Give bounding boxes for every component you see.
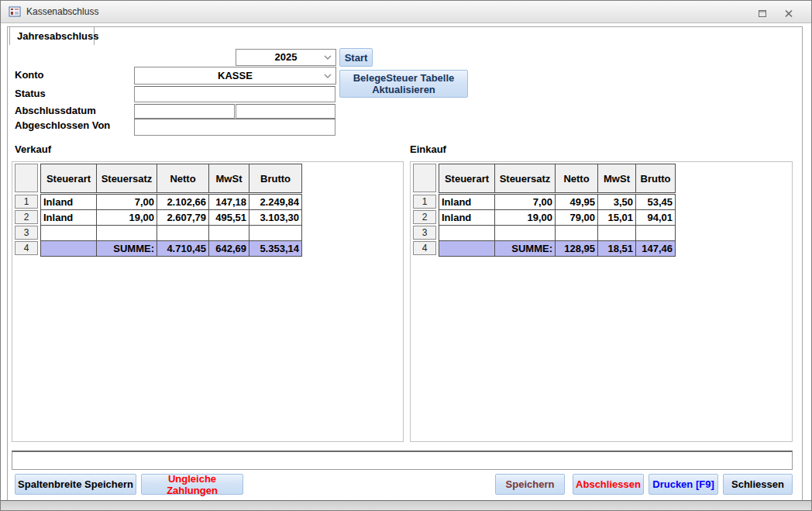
einkauf-row-selector[interactable]: 1 bbox=[413, 195, 436, 209]
sum-row: SUMME: 128,95 18,51 147,46 bbox=[439, 241, 676, 257]
table-cell[interactable] bbox=[41, 226, 97, 241]
verkauf-column-header[interactable]: Steuerart bbox=[41, 164, 97, 193]
table-cell[interactable] bbox=[439, 241, 495, 257]
table-cell[interactable]: 7,00 bbox=[97, 195, 157, 210]
verkauf-column-header[interactable]: Steuersatz bbox=[97, 164, 157, 193]
einkauf-section-label: Einkauf bbox=[410, 143, 446, 155]
einkauf-column-header[interactable]: Brutto bbox=[636, 164, 676, 193]
unequal-payments-button[interactable]: Ungleiche Zahlungen bbox=[141, 474, 243, 495]
close-button[interactable]: Schliessen bbox=[723, 474, 793, 495]
abschlussdatum-field-1[interactable] bbox=[134, 104, 235, 119]
status-field[interactable] bbox=[134, 86, 335, 102]
table-cell[interactable]: 5.353,14 bbox=[249, 241, 302, 257]
title-bar[interactable]: Kassenabschluss bbox=[1, 1, 811, 23]
table-cell[interactable]: 3,50 bbox=[598, 195, 636, 210]
table-cell[interactable]: 53,45 bbox=[636, 195, 676, 210]
table-cell[interactable] bbox=[249, 226, 302, 241]
update-tax-table-button[interactable]: BelegeSteuer Tabelle Aktualisieren bbox=[339, 70, 468, 98]
verkauf-row-selector[interactable]: 1 bbox=[15, 195, 38, 209]
save-column-widths-button[interactable]: Spaltenbreite Speichern bbox=[15, 474, 136, 495]
table-cell[interactable]: 3.103,30 bbox=[249, 210, 302, 226]
konto-combobox[interactable]: KASSE bbox=[134, 67, 336, 85]
konto-value: KASSE bbox=[135, 67, 335, 84]
table-row: Inland 19,00 79,00 15,01 94,01 bbox=[439, 210, 676, 226]
chevron-down-icon bbox=[324, 74, 332, 79]
table-cell[interactable]: 2.607,79 bbox=[157, 210, 209, 226]
konto-label: Konto bbox=[15, 69, 44, 81]
table-cell[interactable]: 18,51 bbox=[598, 241, 636, 257]
verkauf-row-selector[interactable]: 3 bbox=[15, 226, 38, 240]
save-button[interactable]: Speichern bbox=[495, 474, 565, 495]
tab-jahresabschluss[interactable]: Jahresabschluss bbox=[9, 26, 95, 45]
einkauf-column-header[interactable]: MwSt bbox=[598, 164, 636, 193]
table-cell[interactable]: Inland bbox=[439, 195, 495, 210]
table-cell[interactable]: SUMME: bbox=[97, 241, 157, 257]
verkauf-row-selector[interactable]: 2 bbox=[15, 210, 38, 224]
table-cell[interactable]: 2.102,66 bbox=[157, 195, 209, 210]
table-cell[interactable]: 19,00 bbox=[495, 210, 556, 226]
abgeschlossen-von-field[interactable] bbox=[134, 119, 335, 136]
einkauf-row-selector[interactable]: 4 bbox=[413, 241, 436, 255]
table-row: Inland 19,00 2.607,79 495,51 3.103,30 bbox=[41, 210, 302, 226]
verkauf-section-label: Verkauf bbox=[15, 143, 51, 155]
table-cell[interactable]: Inland bbox=[41, 210, 97, 226]
verkauf-row-selector[interactable]: 4 bbox=[15, 241, 38, 255]
einkauf-column-header[interactable]: Steuerart bbox=[439, 164, 495, 193]
table-cell[interactable] bbox=[97, 226, 157, 241]
table-cell[interactable] bbox=[636, 226, 676, 241]
table-cell[interactable]: 79,00 bbox=[556, 210, 598, 226]
table-cell[interactable] bbox=[495, 226, 556, 241]
table-cell[interactable] bbox=[157, 226, 209, 241]
einkauf-column-header[interactable]: Netto bbox=[556, 164, 598, 193]
table-cell[interactable]: 49,95 bbox=[556, 195, 598, 210]
table-cell[interactable] bbox=[556, 226, 598, 241]
year-combobox[interactable]: 2025 bbox=[236, 49, 336, 66]
verkauf-column-header[interactable]: Netto bbox=[157, 164, 209, 193]
table-cell[interactable]: 147,46 bbox=[636, 241, 676, 257]
window-title: Kassenabschluss bbox=[26, 1, 98, 22]
einkauf-table: 1 2 3 4 Steuerart Steuersatz Netto MwSt … bbox=[410, 161, 793, 442]
einkauf-corner-selector[interactable] bbox=[413, 164, 436, 192]
sum-row: SUMME: 4.710,45 642,69 5.353,14 bbox=[41, 241, 302, 257]
verkauf-corner-selector[interactable] bbox=[15, 164, 38, 192]
update-tax-table-line2: Aktualisieren bbox=[372, 84, 435, 95]
close-window-button[interactable] bbox=[780, 7, 797, 19]
abgeschlossen-von-label: Abgeschlossen Von bbox=[15, 119, 110, 131]
table-cell[interactable]: 15,01 bbox=[598, 210, 636, 226]
verkauf-column-header[interactable]: MwSt bbox=[209, 164, 249, 193]
table-cell[interactable]: SUMME: bbox=[495, 241, 556, 257]
chevron-down-icon bbox=[324, 55, 332, 60]
verkauf-column-header[interactable]: Brutto bbox=[249, 164, 302, 193]
table-cell[interactable]: 147,18 bbox=[209, 195, 249, 210]
table-cell[interactable]: 94,01 bbox=[636, 210, 676, 226]
table-cell[interactable] bbox=[209, 226, 249, 241]
einkauf-row-selector[interactable]: 2 bbox=[413, 210, 436, 224]
table-cell[interactable] bbox=[439, 226, 495, 241]
window-bottom-frame bbox=[1, 500, 811, 510]
update-tax-table-line1: BelegeSteuer Tabelle bbox=[353, 72, 455, 84]
verkauf-table: 1 2 3 4 Steuerart Steuersatz Netto MwSt … bbox=[12, 161, 404, 442]
close-out-button[interactable]: Abschliessen bbox=[573, 474, 644, 495]
print-button[interactable]: Drucken [F9] bbox=[649, 474, 718, 495]
table-cell[interactable]: 7,00 bbox=[495, 195, 556, 210]
table-cell[interactable]: Inland bbox=[439, 210, 495, 226]
table-cell[interactable]: 495,51 bbox=[209, 210, 249, 226]
abschlussdatum-label: Abschlussdatum bbox=[15, 105, 96, 116]
table-cell[interactable] bbox=[41, 241, 97, 257]
table-cell[interactable]: 128,95 bbox=[556, 241, 598, 257]
table-cell[interactable]: Inland bbox=[41, 195, 97, 210]
table-cell[interactable]: 642,69 bbox=[209, 241, 249, 257]
start-button[interactable]: Start bbox=[339, 48, 373, 67]
table-cell[interactable]: 19,00 bbox=[97, 210, 157, 226]
table-cell[interactable]: 4.710,45 bbox=[157, 241, 209, 257]
table-row: Inland 7,00 49,95 3,50 53,45 bbox=[439, 195, 676, 210]
einkauf-row-selector[interactable]: 3 bbox=[413, 226, 436, 240]
table-cell[interactable] bbox=[598, 226, 636, 241]
form-icon bbox=[9, 5, 21, 18]
table-cell[interactable]: 2.249,84 bbox=[249, 195, 302, 210]
abschlussdatum-field-2[interactable] bbox=[236, 104, 335, 119]
einkauf-column-header[interactable]: Steuersatz bbox=[495, 164, 556, 193]
restore-button[interactable] bbox=[754, 7, 771, 19]
note-field[interactable] bbox=[12, 451, 793, 470]
app-window: Kassenabschluss Jahresabschluss 2025 Sta… bbox=[0, 0, 812, 511]
